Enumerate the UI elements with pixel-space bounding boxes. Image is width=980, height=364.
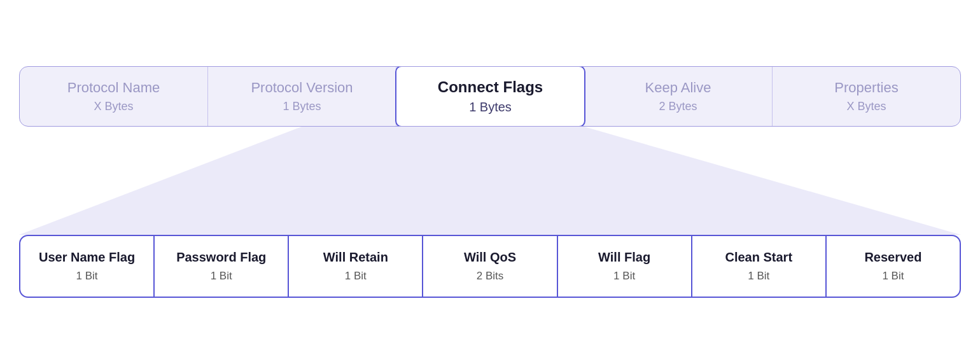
top-row: Protocol NameX BytesProtocol Version1 By… — [19, 66, 961, 127]
top-cell-size: 2 Bytes — [659, 100, 697, 113]
bottom-cell-size: 2 Bits — [477, 270, 504, 283]
bottom-cell-name: Password Flag — [176, 250, 266, 265]
bottom-cell-user-name-flag: User Name Flag1 Bit — [20, 236, 155, 297]
top-cell-protocol-version: Protocol Version1 Bytes — [208, 67, 396, 126]
bottom-cell-will-retain: Will Retain1 Bit — [289, 236, 423, 297]
top-cell-properties: PropertiesX Bytes — [773, 67, 960, 126]
bottom-cell-password-flag: Password Flag1 Bit — [155, 236, 289, 297]
bottom-row: User Name Flag1 BitPassword Flag1 BitWil… — [19, 235, 961, 298]
bottom-cell-size: 1 Bit — [211, 270, 232, 283]
diagram-container: Protocol NameX BytesProtocol Version1 By… — [19, 66, 961, 298]
funnel-connector — [19, 127, 961, 235]
top-cell-size: X Bytes — [94, 100, 133, 113]
bottom-cell-name: Will Flag — [598, 250, 650, 265]
bottom-cell-clean-start: Clean Start1 Bit — [692, 236, 827, 297]
svg-marker-0 — [19, 127, 961, 235]
top-cell-name: Protocol Name — [67, 80, 160, 96]
bottom-cell-name: Reserved — [864, 250, 921, 265]
bottom-cell-will-qos: Will QoS2 Bits — [423, 236, 557, 297]
top-cell-size: 1 Bytes — [469, 100, 512, 115]
top-cell-name: Connect Flags — [438, 78, 543, 96]
bottom-cell-size: 1 Bit — [748, 270, 769, 283]
bottom-cell-will-flag: Will Flag1 Bit — [558, 236, 692, 297]
bottom-cell-name: Clean Start — [725, 250, 792, 265]
bottom-cell-reserved: Reserved1 Bit — [827, 236, 960, 297]
bottom-cell-name: User Name Flag — [39, 250, 135, 265]
bottom-cell-name: Will QoS — [464, 250, 516, 265]
top-cell-connect-flags: Connect Flags1 Bytes — [395, 66, 585, 127]
top-cell-name: Keep Alive — [645, 80, 711, 96]
bottom-cell-name: Will Retain — [323, 250, 388, 265]
top-cell-size: X Bytes — [846, 100, 886, 113]
top-cell-name: Protocol Version — [251, 80, 353, 96]
top-cell-protocol-name: Protocol NameX Bytes — [20, 67, 208, 126]
bottom-cell-size: 1 Bit — [882, 270, 904, 283]
bottom-cell-size: 1 Bit — [345, 270, 367, 283]
top-cell-keep-alive: Keep Alive2 Bytes — [584, 67, 773, 126]
bottom-cell-size: 1 Bit — [613, 270, 635, 283]
bottom-cell-size: 1 Bit — [76, 270, 98, 283]
top-cell-name: Properties — [834, 80, 898, 96]
top-cell-size: 1 Bytes — [283, 100, 321, 113]
